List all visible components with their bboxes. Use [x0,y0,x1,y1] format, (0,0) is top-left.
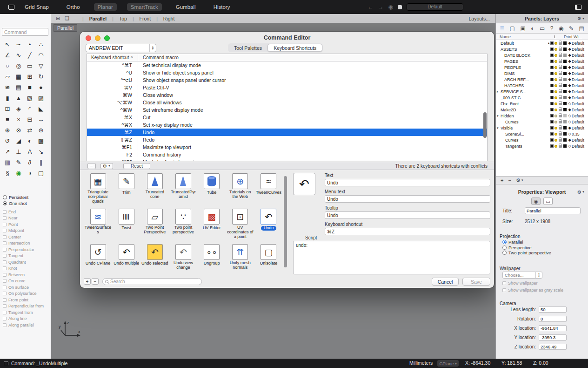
grid-layout-icon[interactable]: ⊞ [56,15,60,21]
osnap-checkbox[interactable] [3,210,7,214]
layer-lock-icon[interactable] [559,42,562,45]
tool-icon[interactable]: ⊗ [13,125,24,136]
panel-tab-icon[interactable]: ▤ [579,25,584,32]
one-shot-radio[interactable] [3,201,7,205]
tool-icon[interactable]: ◜ [24,103,35,114]
tool-icon[interactable]: ↻ [35,71,47,82]
projection-radio[interactable] [502,245,507,250]
osnap-checkbox[interactable] [3,317,7,320]
layer-visibility-bulb-icon[interactable] [555,127,557,129]
layer-row[interactable]: ARCH REF... ◆ Default [496,76,588,82]
macro-icon[interactable]: ⊕ Tutorials on the Web [226,172,254,208]
macro-icon[interactable]: ▦ Triangulate non-planar quads [84,172,112,208]
osnap-checkbox[interactable] [3,223,7,226]
layer-lock-icon[interactable] [559,55,562,57]
tool-icon[interactable]: ▢ [35,168,47,178]
app-window-icon[interactable] [8,5,14,10]
stepper-icon[interactable]: ▲▼ [149,44,156,52]
layer-linetype-diamond-icon[interactable]: ◆ [568,59,572,63]
panel-tab-icon[interactable]: ✎ [569,25,574,32]
viewport-tab[interactable]: Parallel [84,16,112,21]
viewport-properties-button[interactable]: ◉ [531,198,541,205]
tool-icon[interactable]: ◑ [24,168,35,178]
layer-print-width[interactable]: Default [572,77,587,82]
layer-lock-icon[interactable] [559,91,562,93]
shortcut-row[interactable]: ^⌥U Show object snaps panel under cursor [87,76,487,84]
layer-color-swatch[interactable] [550,84,554,87]
tool-icon[interactable]: ∂ [24,157,35,168]
tool-icon[interactable]: ⊥ [13,146,24,157]
layer-color-swatch[interactable] [550,48,554,51]
layer-lock-icon[interactable] [559,133,562,136]
layer-material-swatch[interactable] [563,132,567,136]
osnap-item[interactable]: Knot [3,266,49,272]
projection-option[interactable]: Two point perspective [502,250,551,255]
nav-back-icon[interactable]: ← [368,4,374,10]
layer-material-swatch[interactable] [563,72,567,75]
tool-icon[interactable]: ■ [24,82,35,93]
script-textarea[interactable]: undo: [293,241,490,274]
layer-color-swatch[interactable] [550,126,554,129]
layer-color-swatch[interactable] [550,138,554,142]
layer-visibility-bulb-icon[interactable] [555,109,557,111]
osnap-checkbox[interactable] [3,298,7,302]
tool-icon[interactable]: ⊡ [2,103,13,114]
tool-icon[interactable]: ◠ [35,50,47,61]
osnap-item[interactable]: Midpoint [3,228,49,234]
grid-scrollbar[interactable] [284,172,287,279]
status-toggle[interactable]: Gumball [172,3,200,11]
layer-color-swatch[interactable] [550,66,554,69]
macro-icon[interactable]: ↶ Undo selected [140,243,169,279]
shortcut-row[interactable]: ⌘F1 Maximize top viewport [87,143,487,151]
layer-color-swatch[interactable] [550,132,554,136]
layer-print-width[interactable]: Default [572,71,587,76]
tool-icon[interactable]: ∽ [13,39,24,50]
layer-print-width[interactable]: Default [572,108,587,112]
osnap-checkbox[interactable] [3,241,7,245]
disclosure-icon[interactable]: ▾ [497,114,501,118]
macro-icon[interactable]: ≋ TweenSurfaces [84,208,112,243]
layer-linetype-diamond-icon[interactable]: ◇ [568,114,572,118]
camera-field-input[interactable] [539,307,567,313]
osnap-item[interactable]: Along parallel [3,322,49,328]
macro-icon[interactable]: ≣ Twist [112,208,140,243]
grayscale-wallpaper-option[interactable]: Show wallpaper as gray scale [502,288,563,293]
camera-field-input[interactable] [539,325,567,331]
layer-lock-icon[interactable] [559,61,562,63]
tool-icon[interactable]: ● [35,82,47,93]
layer-linetype-diamond-icon[interactable]: ◇ [568,144,572,148]
detail-field-input[interactable] [325,211,490,219]
layer-linetype-diamond-icon[interactable]: ◆ [568,77,572,82]
layer-print-width[interactable]: Default [572,138,587,143]
projection-radio[interactable] [502,240,507,244]
osnap-checkbox[interactable] [3,273,7,277]
tool-icon[interactable]: ◎ [13,61,24,71]
layer-material-swatch[interactable] [563,41,567,45]
layer-row[interactable]: Default • ◆ Default [496,40,588,46]
tool-icon[interactable]: ◣ [35,103,47,114]
osnap-checkbox[interactable] [3,304,7,308]
snap-mode-one-shot[interactable]: One shot [3,201,27,206]
layer-lock-icon[interactable] [559,97,562,99]
tool-icon[interactable]: ▤ [13,82,24,93]
tool-icon[interactable]: ↔ [35,114,47,125]
column-lock[interactable]: L [554,34,556,39]
layer-material-swatch[interactable] [563,120,567,123]
layer-color-swatch[interactable] [550,144,554,148]
panel-tab-icon[interactable]: ? [550,25,554,32]
camera-field-input[interactable] [539,344,567,350]
panel-tab-icon[interactable]: ◐ [531,25,534,32]
nav-forward-icon[interactable]: → [378,4,384,10]
panel-tab-icon[interactable]: ▣ [520,25,525,32]
add-layer-button[interactable]: + [501,177,503,183]
macro-icon[interactable]: ∵ Two point perspective [169,208,197,243]
layer-row[interactable]: Curves ◇ Default [496,119,588,125]
tool-icon[interactable]: ⇄ [24,125,35,136]
layer-visibility-bulb-icon[interactable] [555,48,557,51]
tool-icon[interactable]: § [2,168,13,178]
osnap-item[interactable]: Perpendicular [3,246,49,253]
layer-material-swatch[interactable] [563,60,567,63]
column-header-shortcut[interactable]: Keyboard shortcut ^ [87,54,138,61]
layer-linetype-diamond-icon[interactable]: ◇ [568,132,572,136]
disclosure-icon[interactable]: ▾ [497,126,501,130]
